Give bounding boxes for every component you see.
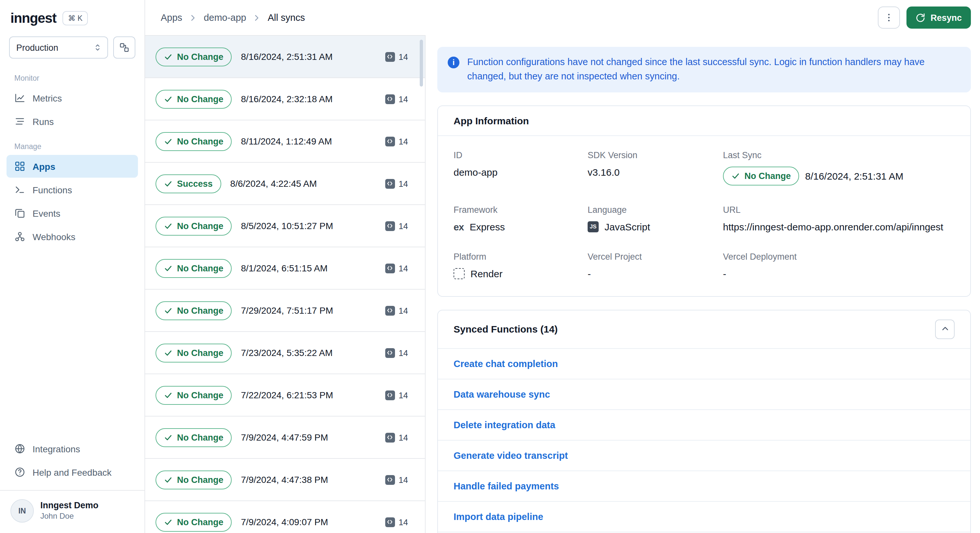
sync-status-badge: No Change	[156, 132, 232, 151]
sync-function-count: 14	[385, 263, 408, 273]
refresh-icon	[916, 13, 925, 22]
sync-list-item[interactable]: No Change 7/9/2024, 4:09:07 PM 14	[145, 501, 425, 533]
render-icon	[453, 268, 465, 279]
integrations-icon	[14, 443, 25, 454]
function-count-icon	[385, 136, 395, 146]
sync-status-badge: No Change	[156, 47, 232, 66]
sidebar-item-functions[interactable]: Functions	[6, 178, 138, 201]
synced-function-row: Import data pipeline	[438, 501, 970, 531]
more-options-button[interactable]	[878, 6, 900, 29]
sync-status-badge: Success	[156, 174, 221, 193]
avatar: IN	[10, 499, 34, 523]
function-count-icon	[385, 221, 395, 231]
field-value: v3.16.0	[588, 166, 718, 177]
function-link[interactable]: Delete integration data	[453, 419, 555, 430]
function-link[interactable]: Generate video transcript	[453, 450, 568, 460]
sidebar-item-label: Help and Feedback	[33, 467, 111, 477]
sidebar-nav: Monitor Metrics Runs Manage Apps	[0, 65, 145, 248]
function-count-icon	[385, 475, 395, 485]
last-sync-time: 8/16/2024, 2:51:31 AM	[805, 170, 904, 181]
field-vercel-project: Vercel Project -	[588, 251, 718, 279]
synced-functions-header: Synced Functions (14)	[438, 310, 970, 348]
environment-settings-button[interactable]	[113, 37, 135, 59]
sync-list-item[interactable]: No Change 8/16/2024, 2:51:31 AM 14	[145, 36, 425, 78]
sync-status-badge: No Change	[156, 89, 232, 108]
user-subname: John Doe	[40, 512, 99, 521]
function-link[interactable]: Data warehouse sync	[453, 389, 550, 399]
sidebar-item-help[interactable]: Help and Feedback	[6, 461, 138, 484]
field-label: Last Sync	[723, 150, 955, 160]
command-palette-shortcut[interactable]: ⌘ K	[63, 11, 88, 25]
chevron-right-icon	[252, 13, 262, 22]
webhook-icon	[14, 231, 25, 242]
sync-function-count: 14	[385, 475, 408, 485]
breadcrumb: Apps demo-app All syncs	[161, 13, 305, 23]
scrollbar-thumb[interactable]	[420, 40, 423, 87]
events-icon	[14, 208, 25, 219]
function-count-icon	[385, 179, 395, 188]
sidebar-item-webhooks[interactable]: Webhooks	[6, 225, 138, 248]
sync-list-item[interactable]: No Change 8/11/2024, 1:12:49 AM 14	[145, 120, 425, 163]
sync-list-item[interactable]: No Change 7/9/2024, 4:47:59 PM 14	[145, 417, 425, 459]
field-label: SDK Version	[588, 150, 718, 160]
info-banner: i Function configurations have not chang…	[437, 47, 971, 92]
sync-timestamp: 7/9/2024, 4:09:07 PM	[241, 517, 328, 527]
function-count-icon	[385, 94, 395, 104]
function-count-icon	[385, 517, 395, 527]
synced-function-row: Generate video transcript	[438, 440, 970, 470]
sidebar-item-events[interactable]: Events	[6, 202, 138, 224]
sidebar-item-label: Functions	[33, 185, 72, 195]
sync-list-item[interactable]: No Change 7/23/2024, 5:35:22 AM 14	[145, 332, 425, 374]
environment-select-value: Production	[16, 43, 58, 53]
field-value: demo-app	[453, 166, 582, 177]
sync-status-badge: No Change	[156, 301, 232, 320]
field-id: ID demo-app	[453, 150, 582, 185]
sidebar-footer: Integrations Help and Feedback IN Innges…	[0, 437, 145, 533]
sidebar-item-runs[interactable]: Runs	[6, 110, 138, 133]
function-count-icon	[385, 52, 395, 62]
sidebar-item-metrics[interactable]: Metrics	[6, 87, 138, 109]
top-bar: Apps demo-app All syncs	[145, 0, 980, 35]
field-label: Framework	[453, 205, 582, 215]
sync-timestamp: 8/5/2024, 10:51:27 PM	[241, 221, 333, 231]
field-value: -	[723, 268, 955, 279]
sync-list-item[interactable]: No Change 8/5/2024, 10:51:27 PM 14	[145, 205, 425, 247]
runs-icon	[14, 116, 25, 127]
workflow-icon	[119, 42, 129, 53]
field-label: Vercel Project	[588, 251, 718, 261]
sync-function-count: 14	[385, 94, 408, 104]
card-title: Synced Functions (14)	[453, 323, 558, 334]
sync-status-badge: No Change	[156, 259, 232, 278]
sync-list-item[interactable]: Success 8/6/2024, 4:22:45 AM 14	[145, 163, 425, 205]
function-link[interactable]: Import data pipeline	[453, 511, 543, 522]
sync-timestamp: 8/16/2024, 2:32:18 AM	[241, 94, 333, 104]
sidebar-item-integrations[interactable]: Integrations	[6, 438, 138, 460]
synced-function-row: Delete integration data	[438, 409, 970, 440]
sync-list-item[interactable]: No Change 7/22/2024, 6:21:53 PM 14	[145, 374, 425, 417]
function-link[interactable]: Handle failed payments	[453, 480, 559, 491]
sync-function-count: 14	[385, 517, 408, 527]
breadcrumb-demo-app[interactable]: demo-app	[204, 13, 246, 23]
field-label: Vercel Deployment	[723, 251, 955, 261]
sync-list-item[interactable]: No Change 8/16/2024, 2:32:18 AM 14	[145, 78, 425, 120]
collapse-button[interactable]	[935, 319, 955, 339]
apps-grid-icon	[14, 161, 25, 172]
sync-list-item[interactable]: No Change 7/9/2024, 4:47:38 PM 14	[145, 459, 425, 501]
kebab-menu-icon	[884, 13, 894, 23]
sync-function-count: 14	[385, 52, 408, 62]
resync-button[interactable]: Resync	[907, 6, 971, 29]
syncs-list: No Change 8/16/2024, 2:51:31 AM 14 No Ch…	[145, 35, 426, 533]
sync-list-item[interactable]: No Change 7/29/2024, 7:51:17 PM 14	[145, 290, 425, 332]
breadcrumb-apps[interactable]: Apps	[161, 13, 182, 23]
user-name: Inngest Demo	[40, 500, 99, 512]
help-circle-icon	[14, 467, 25, 478]
function-link[interactable]: Create chat completion	[453, 358, 558, 369]
field-value: ex Express	[453, 221, 582, 232]
sync-timestamp: 8/6/2024, 4:22:45 AM	[231, 178, 317, 189]
environment-select[interactable]: Production	[9, 37, 108, 59]
sync-list-item[interactable]: No Change 8/1/2024, 6:51:15 AM 14	[145, 247, 425, 290]
function-count-icon	[385, 263, 395, 273]
sidebar-item-apps[interactable]: Apps	[6, 155, 138, 178]
sidebar-item-label: Events	[33, 208, 60, 218]
user-menu[interactable]: IN Inngest Demo John Doe	[0, 490, 145, 533]
